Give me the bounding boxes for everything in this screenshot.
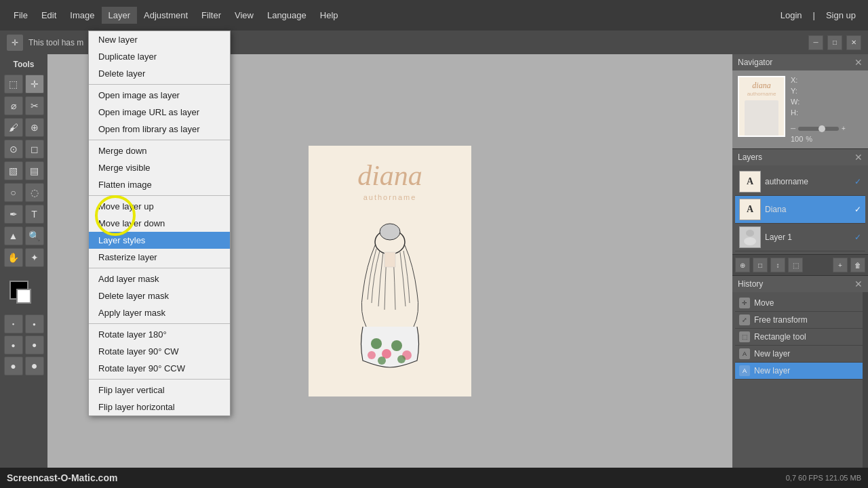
menu-edit[interactable]: Edit <box>35 7 63 24</box>
nav-zoom-in[interactable]: + <box>842 125 846 132</box>
layer-dropdown-menu[interactable]: New layer Duplicate layer Delete layer O… <box>88 30 231 416</box>
signup-link[interactable]: Sign up <box>821 10 861 20</box>
dd-add-layer-mask[interactable]: Add layer mask <box>89 270 230 287</box>
window-maximize[interactable]: □ <box>827 35 842 50</box>
dd-flip-vertical[interactable]: Flip layer vertical <box>89 382 230 399</box>
layer-thumb-authorname: A <box>739 171 761 192</box>
login-link[interactable]: Login <box>775 10 808 20</box>
history-row-rectangle[interactable]: ⬚ Rectangle tool <box>735 329 865 346</box>
svg-point-4 <box>391 340 402 351</box>
layer-row-layer1[interactable]: Layer 1 ✓ <box>735 224 865 251</box>
text-tool[interactable]: T <box>25 205 44 224</box>
layer-tool-3[interactable]: ↕ <box>770 258 785 272</box>
layers-close[interactable]: ✕ <box>854 152 863 163</box>
dd-new-layer[interactable]: New layer <box>89 31 230 48</box>
menu-filter[interactable]: Filter <box>195 7 228 24</box>
brush-size-3[interactable]: ● <box>4 336 23 354</box>
background-color[interactable] <box>16 289 31 304</box>
menu-language[interactable]: Language <box>260 7 313 24</box>
dd-move-layer-down[interactable]: Move layer down <box>89 215 230 232</box>
clone-tool[interactable]: ⊙ <box>4 140 23 159</box>
zoom-tool[interactable]: 🔍 <box>25 226 44 245</box>
history-row-newlayer1[interactable]: A New layer <box>735 346 865 363</box>
nav-y-label: Y: <box>791 87 797 95</box>
menu-image[interactable]: Image <box>63 7 101 24</box>
layer-tool-1[interactable]: ⊕ <box>735 258 750 272</box>
shape-tool[interactable]: ▲ <box>4 226 23 245</box>
nav-zoom-slider[interactable] <box>798 127 839 131</box>
brush-size-6[interactable]: ● <box>25 357 44 375</box>
dd-sep-2 <box>89 140 230 140</box>
brush-tool[interactable]: 🖌 <box>4 118 23 137</box>
dd-merge-down[interactable]: Merge down <box>89 142 230 159</box>
eyedropper-tool[interactable]: ✦ <box>25 248 44 267</box>
history-icon-move: ✛ <box>739 298 750 308</box>
layer-tool-add[interactable]: + <box>833 258 848 272</box>
hand-tool[interactable]: ✋ <box>4 248 23 267</box>
dd-rotate-180[interactable]: Rotate layer 180° <box>89 326 230 343</box>
layer-check-diana[interactable]: ✓ <box>854 205 861 214</box>
lasso-tool[interactable]: ⌀ <box>4 96 23 115</box>
layer-tool-delete[interactable]: 🗑 <box>850 258 865 272</box>
blur-tool[interactable]: ◌ <box>25 183 44 202</box>
gradient-tool[interactable]: ▤ <box>25 161 44 180</box>
menu-divider: | <box>808 10 821 20</box>
dd-delete-layer-mask[interactable]: Delete layer mask <box>89 287 230 304</box>
history-close[interactable]: ✕ <box>854 279 863 289</box>
menu-help[interactable]: Help <box>313 7 345 24</box>
dodge-tool[interactable]: ○ <box>4 183 23 202</box>
dd-move-layer-up[interactable]: Move layer up <box>89 198 230 215</box>
dd-flip-horizontal[interactable]: Flip layer horizontal <box>89 399 230 415</box>
dd-rotate-90-ccw[interactable]: Rotate layer 90° CCW <box>89 360 230 377</box>
window-close[interactable]: ✕ <box>846 35 861 50</box>
history-icon-newlayer2: A <box>739 365 750 376</box>
layer-tool-4[interactable]: ⬚ <box>788 258 803 272</box>
brush-size-1[interactable]: ● <box>4 314 23 333</box>
brush-size-2[interactable]: ● <box>25 314 44 333</box>
menu-adjustment[interactable]: Adjustment <box>137 7 195 24</box>
heal-tool[interactable]: ⊕ <box>25 118 44 137</box>
nav-zoom-percent: % <box>806 135 812 143</box>
history-row-newlayer2[interactable]: A New layer <box>735 363 865 380</box>
layer-check-layer1[interactable]: ✓ <box>854 232 861 242</box>
svg-point-1 <box>380 224 400 240</box>
layers-toolbar: ⊕ □ ↕ ⬚ + 🗑 <box>732 254 868 275</box>
brush-size-5[interactable]: ● <box>4 357 23 375</box>
dd-open-image-url-as-layer[interactable]: Open image URL as layer <box>89 104 230 121</box>
move-tool[interactable]: ✛ <box>25 75 44 94</box>
window-minimize[interactable]: ─ <box>808 35 823 50</box>
dd-flatten-image[interactable]: Flatten image <box>89 176 230 193</box>
nav-zoom-out[interactable]: ─ <box>791 125 795 132</box>
dd-duplicate-layer[interactable]: Duplicate layer <box>89 48 230 65</box>
dd-rasterize-layer[interactable]: Rasterize layer <box>89 249 230 266</box>
brush-size-4[interactable]: ● <box>25 336 44 354</box>
menu-file[interactable]: File <box>7 7 35 24</box>
fill-tool[interactable]: ▧ <box>4 161 23 180</box>
dd-merge-visible[interactable]: Merge visible <box>89 159 230 176</box>
history-label-move: Move <box>754 298 774 308</box>
history-row-move[interactable]: ✛ Move <box>735 295 865 312</box>
dd-open-image-as-layer[interactable]: Open image as layer <box>89 87 230 104</box>
menu-view[interactable]: View <box>228 7 260 24</box>
layer-tool-2[interactable]: □ <box>753 258 768 272</box>
dd-layer-styles[interactable]: Layer styles <box>89 232 230 249</box>
dd-apply-layer-mask[interactable]: Apply layer mask <box>89 304 230 321</box>
layer-row[interactable]: A authorname ✓ <box>735 168 865 196</box>
layer-check-authorname[interactable]: ✓ <box>854 177 861 186</box>
dd-open-from-library[interactable]: Open from library as layer <box>89 121 230 138</box>
navigator-title: Navigator <box>738 58 772 67</box>
menu-layer[interactable]: Layer <box>102 7 138 24</box>
crop-tool[interactable]: ✂ <box>25 96 44 115</box>
eraser-tool[interactable]: ◻ <box>25 140 44 159</box>
pen-tool[interactable]: ✒ <box>4 205 23 224</box>
nav-controls: X: Y: W: H: ─ <box>791 76 846 143</box>
move-tool-icon[interactable]: ✛ <box>7 35 23 51</box>
navigator-close[interactable]: ✕ <box>854 57 863 68</box>
dd-delete-layer[interactable]: Delete layer <box>89 65 230 82</box>
select-tool[interactable]: ⬚ <box>4 75 23 94</box>
history-icon-newlayer1: A <box>739 348 750 359</box>
history-scrollbar[interactable] <box>863 292 868 487</box>
layer-row-diana[interactable]: A Diana ✓ <box>735 196 865 224</box>
dd-rotate-90-cw[interactable]: Rotate layer 90° CW <box>89 343 230 360</box>
history-row-freetransform[interactable]: ⤢ Free transform <box>735 312 865 329</box>
